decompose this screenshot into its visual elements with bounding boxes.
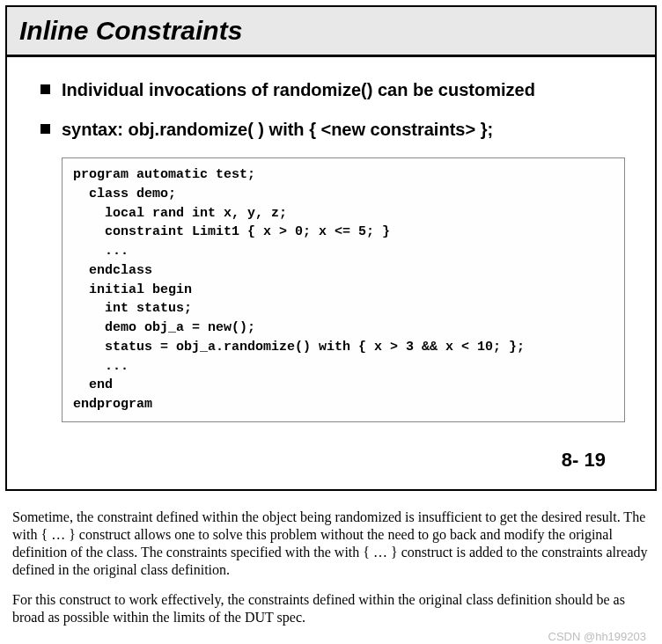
bullet-item: syntax: obj.randomize( ) with { <new con… [37,118,625,142]
slide-content: Individual invocations of randomize() ca… [7,57,655,489]
title-bar: Inline Constraints [7,7,655,57]
notes-paragraph: For this construct to work effectively, … [12,591,650,626]
notes-paragraph: Sometime, the constraint defined within … [12,509,650,579]
code-block: program automatic test; class demo; loca… [62,157,625,422]
slide-title: Inline Constraints [19,16,643,46]
slide-frame: Inline Constraints Individual invocation… [5,5,657,491]
speaker-notes: Sometime, the constraint defined within … [0,496,662,643]
bullet-list: Individual invocations of randomize() ca… [37,78,625,142]
page-number: 8- 19 [37,422,625,480]
bullet-item: Individual invocations of randomize() ca… [37,78,625,102]
watermark-text: CSDN @hh199203 [0,630,662,643]
